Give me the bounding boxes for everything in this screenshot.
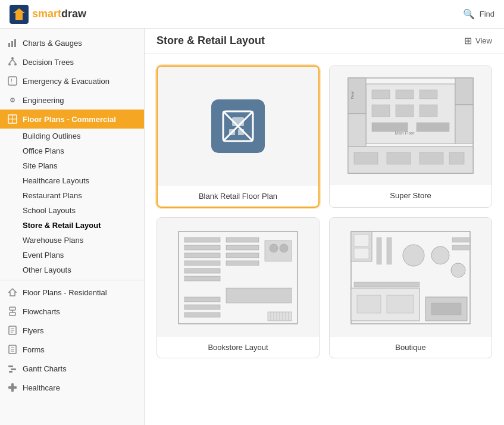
svg-point-6 — [8, 63, 11, 65]
card-super-store[interactable]: Dept Main Floor Super Store — [329, 65, 492, 208]
sidebar-sub-restaurant-plans[interactable]: Restaurant Plans — [0, 188, 144, 203]
svg-rect-67 — [184, 276, 220, 281]
svg-rect-10 — [8, 77, 17, 85]
card-blank-retail[interactable]: Blank Retail Floor Plan — [156, 65, 320, 208]
sidebar-item-floor-plans-residential[interactable]: Floor Plans - Residential — [0, 283, 144, 302]
svg-rect-71 — [226, 261, 259, 265]
svg-text:Main Floor: Main Floor — [395, 131, 415, 135]
sidebar-item-decision-trees[interactable]: Decision Trees — [0, 52, 144, 71]
sidebar-item-label: Floor Plans - Commercial — [23, 115, 116, 124]
svg-rect-70 — [226, 253, 259, 258]
sidebar-sub-other-layouts[interactable]: Other Layouts — [0, 262, 144, 277]
sidebar-item-engineering[interactable]: Engineering — [0, 90, 144, 110]
svg-marker-17 — [9, 289, 16, 296]
logo-text: smartdraw — [32, 8, 86, 20]
svg-rect-29 — [8, 365, 13, 367]
sidebar-sub-event-plans[interactable]: Event Plans — [0, 248, 144, 262]
sidebar-item-gantt-charts[interactable]: Gantt Charts — [0, 359, 144, 378]
view-label: View — [475, 36, 492, 45]
svg-point-93 — [403, 245, 424, 266]
svg-rect-97 — [452, 245, 470, 250]
card-boutique[interactable]: Boutique — [329, 217, 492, 358]
sidebar-sub-office-plans[interactable]: Office Plans — [0, 143, 144, 158]
card-image-blank-retail — [158, 67, 318, 186]
sidebar-item-forms[interactable]: Forms — [0, 340, 144, 359]
svg-rect-58 — [449, 152, 464, 164]
card-label-super-store: Super Store — [384, 185, 437, 206]
sidebar-item-label: Engineering — [23, 96, 64, 105]
header: smartdraw 🔍 Find — [0, 0, 504, 29]
boutique-floorplan — [330, 218, 492, 337]
sidebar-divider — [0, 280, 144, 280]
header-search-area: 🔍 Find — [463, 8, 494, 20]
content-topbar: Store & Retail Layout ⊞ View — [145, 29, 504, 54]
sidebar-sub-healthcare-layouts[interactable]: Healthcare Layouts — [0, 173, 144, 188]
svg-rect-76 — [184, 297, 220, 302]
sidebar-item-healthcare[interactable]: Healthcare — [0, 378, 144, 397]
no-image-svg — [220, 108, 256, 144]
svg-rect-50 — [372, 105, 390, 117]
logo: smartdraw — [10, 5, 86, 24]
sidebar-sub-building-outlines[interactable]: Building Outlines — [0, 129, 144, 143]
svg-rect-45 — [455, 105, 473, 143]
card-label-blank-retail: Blank Retail Floor Plan — [193, 186, 283, 207]
svg-rect-48 — [396, 90, 414, 99]
svg-rect-72 — [265, 240, 292, 261]
svg-rect-92 — [387, 238, 392, 264]
forms-icon — [7, 344, 18, 355]
svg-rect-39 — [238, 129, 244, 135]
view-toggle[interactable]: ⊞ View — [464, 35, 492, 46]
svg-rect-69 — [226, 245, 259, 250]
search-button[interactable]: 🔍 — [463, 8, 475, 20]
svg-rect-33 — [8, 386, 17, 389]
sidebar-item-floor-plans-commercial[interactable]: Floor Plans - Commercial — [0, 110, 144, 129]
blank-retail-icon — [211, 99, 265, 153]
svg-rect-52 — [420, 105, 437, 117]
sidebar-item-charts-gauges[interactable]: Charts & Gauges — [0, 33, 144, 52]
sidebar-sub-school-layouts[interactable]: School Layouts — [0, 203, 144, 218]
svg-rect-89 — [354, 235, 369, 246]
sidebar-sub-store-retail-layout[interactable]: Store & Retail Layout — [0, 218, 144, 233]
main-content: Store & Retail Layout ⊞ View — [145, 29, 504, 425]
sidebar-item-flowcharts[interactable]: Flowcharts — [0, 302, 144, 321]
svg-rect-90 — [354, 248, 369, 259]
boutique-svg — [348, 229, 473, 327]
svg-rect-4 — [14, 39, 16, 47]
floor-plans-residential-icon — [7, 287, 18, 298]
svg-rect-54 — [417, 123, 449, 132]
sidebar-sub-warehouse-plans[interactable]: Warehouse Plans — [0, 233, 144, 248]
sidebar-item-label: Emergency & Evacuation — [23, 77, 109, 86]
svg-rect-38 — [229, 129, 235, 135]
svg-line-8 — [10, 60, 12, 63]
svg-rect-31 — [9, 371, 12, 373]
sidebar-sub-site-plans[interactable]: Site Plans — [0, 158, 144, 173]
svg-rect-49 — [420, 90, 437, 99]
svg-rect-18 — [10, 307, 15, 310]
healthcare-icon — [7, 382, 18, 393]
svg-point-95 — [451, 263, 465, 277]
find-label[interactable]: Find — [480, 10, 494, 18]
svg-rect-68 — [226, 238, 259, 242]
svg-rect-77 — [184, 305, 220, 310]
svg-point-7 — [14, 63, 17, 65]
svg-rect-55 — [354, 152, 378, 164]
card-image-bookstore — [157, 218, 319, 337]
svg-point-5 — [11, 57, 14, 60]
sidebar-item-label: Decision Trees — [23, 58, 74, 67]
bookstore-svg — [176, 229, 300, 327]
superstore-svg: Dept Main Floor — [345, 75, 476, 176]
sidebar-item-label: Charts & Gauges — [23, 39, 82, 48]
card-label-boutique: Boutique — [389, 337, 431, 358]
svg-rect-51 — [396, 105, 414, 117]
emergency-evacuation-icon: ! — [7, 76, 18, 86]
sidebar-item-flyers[interactable]: Flyers — [0, 321, 144, 340]
svg-rect-62 — [184, 238, 220, 242]
decision-trees-icon — [7, 57, 18, 67]
superstore-floorplan: Dept Main Floor — [330, 66, 492, 185]
svg-rect-99 — [431, 303, 461, 315]
svg-rect-64 — [184, 253, 220, 258]
sidebar-item-emergency-evacuation[interactable]: ! Emergency & Evacuation — [0, 71, 144, 90]
card-bookstore-layout[interactable]: Bookstore Layout — [156, 217, 320, 358]
svg-rect-102 — [387, 295, 414, 313]
bookstore-floorplan — [157, 218, 319, 337]
